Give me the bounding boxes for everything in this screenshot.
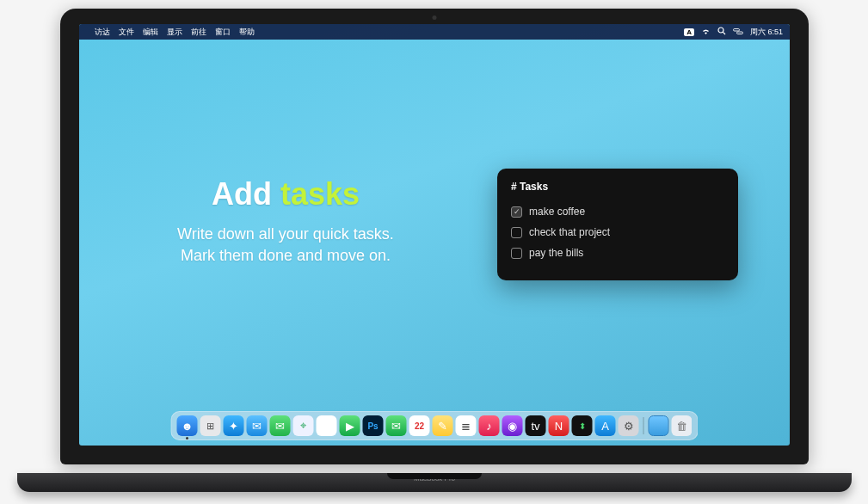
dock-item-stocks[interactable]: ⬍ [572, 415, 593, 436]
menu-window[interactable]: 窗口 [215, 27, 231, 38]
dock-item-music[interactable]: ♪ [479, 415, 500, 436]
dock-main-section: ☻⊞✦✉✉⌖❀▶Ps✉22✎≣♪◉tvN⬍A⚙ [177, 415, 639, 436]
dock-item-mail[interactable]: ✉ [247, 415, 268, 436]
menu-file[interactable]: 文件 [119, 27, 134, 38]
dock-item-finder[interactable]: ☻ [177, 415, 198, 436]
tasks-header: # Tasks [511, 181, 724, 193]
svg-rect-3 [736, 32, 742, 34]
svg-point-0 [718, 28, 723, 33]
dock-item-trash[interactable]: 🗑 [672, 415, 693, 436]
control-center-icon[interactable] [733, 28, 743, 37]
camera-dot [433, 15, 437, 20]
marketing-title: Add tasks [131, 177, 440, 212]
task-label: make coffee [529, 206, 585, 218]
desktop-screen: 访达 文件 编辑 显示 前往 窗口 帮助 A [79, 24, 790, 446]
dock-item-photoshop[interactable]: Ps [363, 415, 384, 436]
menu-view[interactable]: 显示 [167, 27, 182, 38]
spotlight-icon[interactable] [717, 27, 726, 37]
tasks-card[interactable]: # Tasks ✓make coffeecheck that projectpa… [497, 169, 738, 280]
dock-item-appstore[interactable]: A [595, 415, 616, 436]
dock-item-reminders[interactable]: ≣ [456, 415, 477, 436]
task-item[interactable]: check that project [511, 222, 724, 243]
menu-help[interactable]: 帮助 [239, 27, 255, 38]
dock-right-section: 🗑 [649, 415, 693, 436]
menubar: 访达 文件 编辑 显示 前往 窗口 帮助 A [79, 24, 790, 40]
dock-item-safari[interactable]: ✦ [224, 415, 244, 436]
task-checkbox[interactable] [511, 248, 522, 259]
dock-item-photos[interactable]: ❀ [317, 415, 337, 436]
dock-divider [643, 417, 644, 434]
dock-item-messages[interactable]: ✉ [270, 415, 291, 436]
dock-item-podcasts[interactable]: ◉ [502, 415, 523, 436]
marketing-title-left: Add [212, 176, 280, 212]
dock-item-launchpad[interactable]: ⊞ [200, 415, 221, 436]
dock-item-calendar[interactable]: 22 [409, 415, 430, 436]
menu-go[interactable]: 前往 [191, 27, 206, 38]
dock: ☻⊞✦✉✉⌖❀▶Ps✉22✎≣♪◉tvN⬍A⚙ 🗑 [171, 411, 699, 440]
menubar-app-name[interactable]: 访达 [95, 27, 110, 38]
menubar-left: 访达 文件 编辑 显示 前往 窗口 帮助 [86, 27, 255, 38]
marketing-sub-line2: Mark them done and move on. [131, 245, 440, 267]
task-checkbox[interactable] [511, 227, 522, 238]
marketing-block: Add tasks Write down all your quick task… [131, 177, 440, 267]
laptop-base: MacBook Pro [17, 473, 852, 492]
task-checkbox[interactable]: ✓ [511, 206, 522, 218]
svg-line-1 [723, 32, 725, 34]
marketing-subtitle: Write down all your quick tasks. Mark th… [131, 224, 440, 267]
laptop-frame: 访达 文件 编辑 显示 前往 窗口 帮助 A [60, 9, 809, 490]
marketing-sub-line1: Write down all your quick tasks. [131, 224, 440, 245]
task-label: check that project [529, 226, 610, 238]
dock-item-downloads-folder[interactable] [649, 415, 669, 436]
dock-item-tv[interactable]: tv [526, 415, 546, 436]
task-label: pay the bills [529, 247, 583, 259]
dock-running-indicator [186, 437, 188, 439]
dock-item-news[interactable]: N [549, 415, 569, 436]
menubar-right: A 周六 6:51 [684, 27, 783, 38]
dock-item-settings[interactable]: ⚙ [619, 415, 639, 436]
menu-edit[interactable]: 编辑 [143, 27, 158, 38]
marketing-title-accent: tasks [280, 176, 360, 212]
tasks-list: ✓make coffeecheck that projectpay the bi… [511, 201, 724, 263]
desktop-content: Add tasks Write down all your quick task… [79, 40, 790, 446]
task-item[interactable]: pay the bills [511, 243, 724, 263]
menubar-clock[interactable]: 周六 6:51 [750, 27, 783, 38]
wifi-icon[interactable] [701, 28, 711, 37]
task-item[interactable]: ✓make coffee [511, 201, 724, 222]
dock-item-maps[interactable]: ⌖ [293, 415, 314, 436]
svg-rect-2 [733, 28, 739, 31]
dock-item-notes[interactable]: ✎ [433, 415, 453, 436]
trackpad-notch [387, 473, 482, 479]
input-source-indicator[interactable]: A [684, 28, 694, 36]
screen-bezel: 访达 文件 编辑 显示 前往 窗口 帮助 A [60, 9, 809, 464]
dock-item-facetime[interactable]: ▶ [340, 415, 360, 436]
dock-item-wechat[interactable]: ✉ [386, 415, 407, 436]
